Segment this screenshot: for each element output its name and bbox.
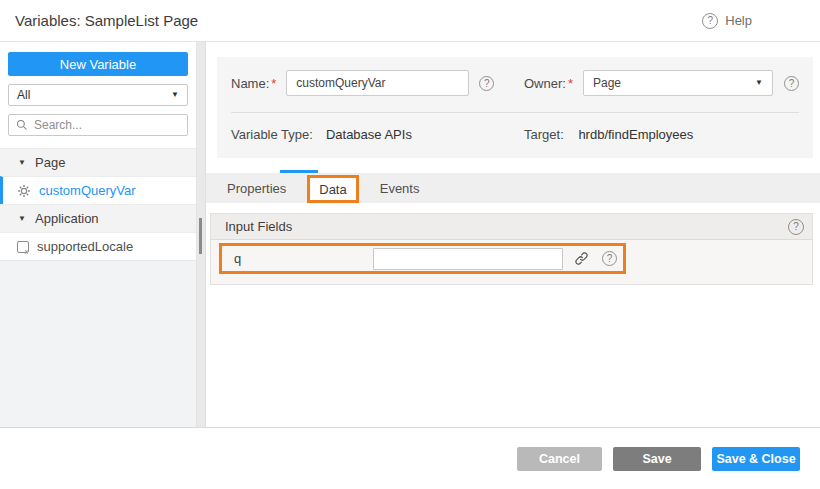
name-owner-row: Name: * Owner: * Page ▼ xyxy=(231,70,799,96)
tab-properties[interactable]: Properties xyxy=(206,173,307,203)
chevron-down-icon: ▼ xyxy=(755,79,763,87)
name-label: Name: xyxy=(231,76,269,91)
collapse-triangle-icon: ▼ xyxy=(18,158,27,167)
variables-tree: ▼ Page customQueryVar xyxy=(0,148,196,260)
tree-group-label: Page xyxy=(35,155,65,170)
collapse-triangle-icon: ▼ xyxy=(18,214,27,223)
name-field-group: Name: * xyxy=(231,70,524,96)
tree-item-customqueryvar[interactable]: customQueryVar xyxy=(0,176,196,204)
tree-item-label: customQueryVar xyxy=(39,183,136,198)
variable-filter-select[interactable]: All ▼ xyxy=(8,84,188,106)
save-button[interactable]: Save xyxy=(613,447,701,471)
owner-field-group: Owner: * Page ▼ xyxy=(524,70,799,96)
panel-divider xyxy=(231,112,799,113)
input-field-row-q: q xyxy=(219,243,626,274)
variables-dialog: Variables: SampleList Page Help New Vari… xyxy=(0,0,820,489)
sidebar-controls: New Variable All ▼ xyxy=(0,42,196,136)
target-value: hrdb/findEmployees xyxy=(578,127,693,142)
required-marker: * xyxy=(568,76,573,91)
owner-selected-value: Page xyxy=(593,76,621,90)
new-variable-button[interactable]: New Variable xyxy=(8,52,188,76)
input-fields-section: Input Fields q xyxy=(210,213,813,285)
tab-strip: Properties Data Events xyxy=(206,173,820,203)
tree-group-label: Application xyxy=(35,211,99,226)
chevron-down-icon: ▼ xyxy=(171,91,179,99)
field-help-icon[interactable] xyxy=(602,251,617,266)
tab-data[interactable]: Data xyxy=(307,175,358,203)
variable-type-value: Database APIs xyxy=(326,127,412,142)
sidebar-scrollbar-thumb[interactable] xyxy=(199,218,202,254)
owner-select[interactable]: Page ▼ xyxy=(583,70,773,96)
input-fields-body: q xyxy=(211,240,812,284)
variables-sidebar: New Variable All ▼ ▼ Page xyxy=(0,42,197,427)
help-label: Help xyxy=(725,13,752,28)
name-input[interactable] xyxy=(286,70,469,96)
tree-group-page[interactable]: ▼ Page xyxy=(0,148,196,176)
required-marker: * xyxy=(271,76,276,91)
search-box xyxy=(8,114,188,136)
service-variable-icon xyxy=(17,184,31,198)
search-input[interactable] xyxy=(34,118,180,132)
variable-summary-panel: Name: * Owner: * Page ▼ xyxy=(217,57,813,158)
sidebar-filler xyxy=(0,260,196,427)
variable-type-group: Variable Type: Database APIs xyxy=(231,127,524,142)
input-fields-help-icon[interactable] xyxy=(788,219,804,235)
dialog-header: Variables: SampleList Page Help xyxy=(0,0,820,42)
owner-help-icon[interactable] xyxy=(784,76,799,91)
tree-item-supportedlocale[interactable]: supportedLocale xyxy=(0,232,196,260)
owner-label: Owner: xyxy=(524,76,566,91)
dialog-footer: Cancel Save Save & Close xyxy=(0,428,820,489)
field-q-input[interactable] xyxy=(373,248,563,270)
input-fields-title: Input Fields xyxy=(225,219,292,234)
target-group: Target: hrdb/findEmployees xyxy=(524,127,693,142)
target-label: Target: xyxy=(524,127,564,142)
model-variable-icon xyxy=(17,241,29,253)
variable-type-label: Variable Type: xyxy=(231,127,313,142)
help-link[interactable]: Help xyxy=(702,13,752,29)
variable-detail-panel: Name: * Owner: * Page ▼ xyxy=(206,42,820,427)
help-circle-icon xyxy=(702,13,718,29)
filter-selected-value: All xyxy=(17,88,30,102)
cancel-button[interactable]: Cancel xyxy=(517,447,602,471)
field-label: q xyxy=(222,251,373,266)
input-fields-header: Input Fields xyxy=(211,214,812,240)
sidebar-scrollbar-track xyxy=(197,42,206,427)
type-target-row: Variable Type: Database APIs Target: hrd… xyxy=(231,127,799,142)
search-icon xyxy=(16,119,28,131)
tab-events[interactable]: Events xyxy=(359,173,441,203)
save-and-close-button[interactable]: Save & Close xyxy=(712,447,800,471)
name-help-icon[interactable] xyxy=(479,76,494,91)
dialog-body: New Variable All ▼ ▼ Page xyxy=(0,42,820,428)
tree-group-application[interactable]: ▼ Application xyxy=(0,204,196,232)
active-tab-indicator xyxy=(280,170,318,173)
bind-link-icon[interactable] xyxy=(574,251,589,266)
page-title: Variables: SampleList Page xyxy=(15,12,198,29)
tree-item-label: supportedLocale xyxy=(37,239,133,254)
